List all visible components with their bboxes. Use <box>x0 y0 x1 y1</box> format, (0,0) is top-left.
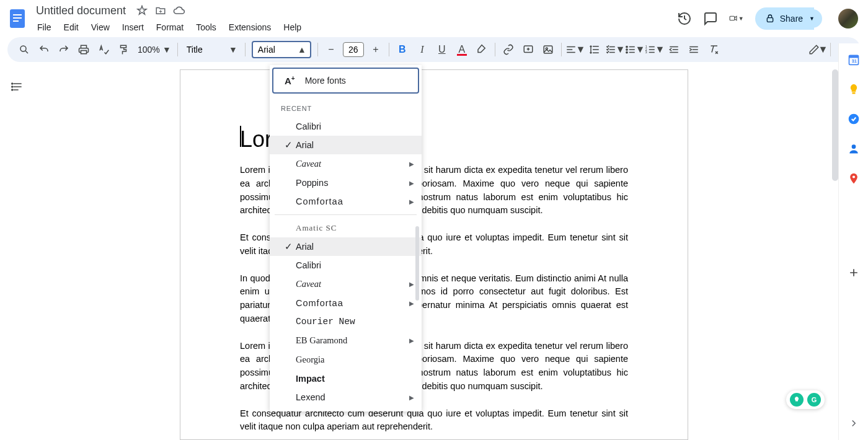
star-icon[interactable] <box>136 4 148 17</box>
font-size-input[interactable] <box>343 42 364 57</box>
share-dropdown[interactable]: ▼ <box>804 9 822 28</box>
svg-point-17 <box>12 86 13 87</box>
submenu-arrow-icon: ▶ <box>409 394 414 401</box>
contacts-app-icon[interactable] <box>848 143 860 155</box>
separator <box>245 43 246 56</box>
line-spacing-button[interactable] <box>585 40 604 59</box>
font-name-label: Impact <box>296 374 414 384</box>
history-icon[interactable] <box>677 11 692 26</box>
meet-icon[interactable]: ▼ <box>729 11 744 26</box>
move-icon[interactable] <box>154 4 167 17</box>
bulleted-list-button[interactable]: ▼ <box>625 40 644 59</box>
print-icon[interactable] <box>74 40 93 59</box>
header: Untitled document File Edit View Insert … <box>0 0 868 37</box>
grammarly-suggestions-icon <box>790 393 804 407</box>
font-item-lexend[interactable]: Lexend▶ <box>270 388 422 407</box>
font-item-georgia[interactable]: Georgia <box>270 350 422 369</box>
font-name-label: Poppins <box>296 178 414 188</box>
zoom-dropdown[interactable]: 100%▼ <box>134 45 174 55</box>
bold-button[interactable]: B <box>393 40 412 59</box>
undo-icon[interactable] <box>35 40 53 59</box>
grammarly-widget[interactable]: G <box>786 390 825 409</box>
separator <box>177 43 178 56</box>
insert-link-icon[interactable] <box>499 40 518 59</box>
left-dock <box>5 76 30 98</box>
spellcheck-icon[interactable] <box>94 40 113 59</box>
paint-format-icon[interactable] <box>114 40 133 59</box>
increase-indent-icon[interactable] <box>684 40 703 59</box>
search-icon[interactable] <box>15 40 33 59</box>
paragraph-style-dropdown[interactable]: Title▼ <box>182 45 241 55</box>
highlight-button[interactable] <box>472 40 491 59</box>
add-comment-icon[interactable] <box>519 40 538 59</box>
font-item-calibri[interactable]: Calibri <box>270 256 422 275</box>
italic-button[interactable]: I <box>413 40 432 59</box>
menu-format[interactable]: Format <box>151 20 188 35</box>
add-app-icon[interactable] <box>848 266 860 279</box>
svg-text:31: 31 <box>851 58 856 64</box>
menu-extensions[interactable]: Extensions <box>224 20 276 35</box>
keep-app-icon[interactable] <box>848 83 860 95</box>
tasks-app-icon[interactable] <box>848 113 860 125</box>
share-label: Share <box>780 14 803 24</box>
menu-insert[interactable]: Insert <box>117 20 149 35</box>
font-item-calibri[interactable]: Calibri <box>270 117 422 136</box>
menu-file[interactable]: File <box>32 20 56 35</box>
svg-point-24 <box>851 144 856 149</box>
font-name-label: Calibri <box>296 260 414 270</box>
clear-formatting-icon[interactable] <box>704 40 723 59</box>
menu-tools[interactable]: Tools <box>191 20 221 35</box>
font-item-amatic-sc[interactable]: Amatic SC <box>270 219 422 237</box>
decrease-indent-icon[interactable] <box>665 40 683 59</box>
font-item-eb-garamond[interactable]: EB Garamond▶ <box>270 331 422 350</box>
add-font-icon: A+ <box>285 75 295 86</box>
menu-view[interactable]: View <box>86 20 115 35</box>
calendar-app-icon[interactable]: 31 <box>848 53 860 66</box>
separator <box>317 43 318 56</box>
checklist-button[interactable]: ▼ <box>605 40 624 59</box>
font-item-arial[interactable]: ✓Arial <box>270 136 422 154</box>
submenu-arrow-icon: ▶ <box>409 180 414 187</box>
outline-toggle-icon[interactable] <box>6 76 29 98</box>
font-item-caveat[interactable]: Caveat▶ <box>270 154 422 174</box>
cloud-status-icon[interactable] <box>173 4 185 17</box>
numbered-list-button[interactable]: 123▼ <box>645 40 663 59</box>
font-name-label: Lexend <box>296 392 414 402</box>
editing-mode-button[interactable]: ▼ <box>808 40 826 59</box>
text-color-button[interactable]: A <box>453 40 471 59</box>
svg-rect-2 <box>13 17 22 19</box>
user-avatar[interactable] <box>838 9 858 29</box>
menu-help[interactable]: Help <box>278 20 306 35</box>
font-item-arial[interactable]: ✓Arial <box>270 237 422 256</box>
increase-font-size[interactable]: + <box>366 40 385 59</box>
insert-image-icon[interactable] <box>539 40 557 59</box>
vertical-scrollbar[interactable] <box>832 69 838 181</box>
submenu-arrow-icon: ▶ <box>409 281 414 288</box>
font-item-caveat[interactable]: Caveat▶ <box>270 275 422 294</box>
expand-side-panel-icon[interactable] <box>848 418 859 431</box>
font-name-label: EB Garamond <box>296 335 414 346</box>
svg-rect-8 <box>544 46 552 53</box>
font-item-poppins[interactable]: Poppins▶ <box>270 174 422 192</box>
document-title[interactable]: Untitled document <box>32 3 130 19</box>
docs-logo[interactable] <box>5 6 30 31</box>
decrease-font-size[interactable]: − <box>322 40 340 59</box>
font-menu-scrollbar[interactable] <box>415 226 419 301</box>
font-item-impact[interactable]: Impact <box>270 369 422 388</box>
check-icon: ✓ <box>281 140 296 150</box>
redo-icon[interactable] <box>55 40 73 59</box>
font-item-courier-new[interactable]: Courier New <box>270 312 422 331</box>
header-actions: ▼ Share ▼ <box>677 7 858 30</box>
submenu-arrow-icon: ▶ <box>409 198 414 205</box>
more-fonts-button[interactable]: A+ More fonts <box>272 68 419 94</box>
menu-edit[interactable]: Edit <box>59 20 84 35</box>
align-button[interactable]: ▼ <box>565 40 584 59</box>
maps-app-icon[interactable] <box>848 172 860 185</box>
font-item-comfortaa[interactable]: Comfortaa▶ <box>270 294 422 312</box>
font-item-comfortaa[interactable]: Comfortaa▶ <box>270 192 422 211</box>
document-page[interactable]: Lorem Lorem ipsum dolor sit amet. Vel su… <box>180 69 688 440</box>
font-name-label: Amatic SC <box>296 223 414 233</box>
underline-button[interactable]: U <box>433 40 451 59</box>
comments-icon[interactable] <box>703 11 718 26</box>
font-dropdown[interactable]: Arial▲ <box>252 41 311 58</box>
